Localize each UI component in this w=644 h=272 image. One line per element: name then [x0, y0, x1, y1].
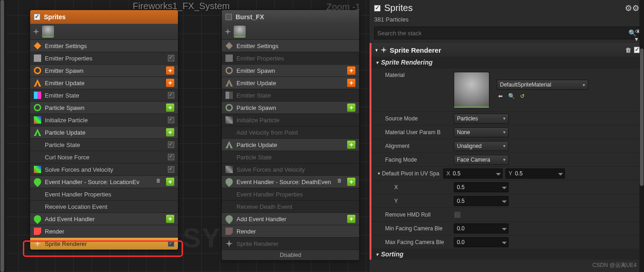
module-enabled-checkbox[interactable] — [168, 117, 174, 123]
module-row[interactable]: Solve Forces and Velocity — [30, 163, 178, 175]
module-row[interactable]: Particle State — [30, 138, 178, 151]
section-header[interactable]: Add Event Handler+ — [30, 212, 178, 225]
dropdown[interactable]: Particles — [454, 114, 509, 124]
module-row[interactable]: Event Handler Properties — [30, 188, 178, 200]
module-enabled-checkbox[interactable] — [168, 141, 174, 148]
section-header[interactable]: Emitter Update+ — [222, 76, 359, 89]
module-enabled-checkbox[interactable] — [168, 166, 174, 173]
collapse-arrow-icon[interactable]: ▾ — [376, 252, 378, 257]
module-row[interactable]: Sprite Renderer — [222, 237, 359, 250]
checkbox[interactable] — [454, 211, 461, 218]
browse-icon[interactable]: 🔍 — [508, 92, 515, 100]
left-scrollbar[interactable] — [0, 0, 6, 272]
delete-icon[interactable]: 🗑 — [625, 47, 631, 54]
details-enabled-checkbox[interactable] — [374, 5, 381, 11]
add-module-button[interactable]: + — [166, 66, 174, 75]
module-row[interactable]: Initialize Particle — [30, 114, 178, 126]
search-stack[interactable]: 🔍 — [374, 27, 639, 39]
section-header[interactable]: Emitter Settings — [30, 39, 178, 52]
section-header[interactable]: Particle Update+ — [30, 126, 178, 138]
emitter-thumbnail[interactable] — [234, 26, 246, 38]
section-sprite-rendering[interactable]: ▾ Sprite Rendering — [371, 57, 644, 68]
number-input[interactable]: 0.0◢ — [454, 237, 509, 247]
pivot-x-input[interactable]: X0.5◢ — [443, 169, 503, 179]
section-header[interactable]: Event Handler - Source: DeathEven+ — [222, 175, 359, 188]
dropdown[interactable]: Face Camera — [454, 155, 509, 165]
module-row[interactable]: Receive Location Event — [30, 200, 178, 212]
module-enabled-checkbox[interactable] — [168, 240, 174, 247]
scrollbar-thumb[interactable] — [640, 49, 644, 186]
module-row[interactable]: Particle State — [222, 151, 359, 163]
module-enabled-checkbox[interactable] — [168, 92, 174, 98]
add-module-button[interactable]: + — [347, 79, 355, 87]
category-header[interactable]: ▾ Sprite Renderer 🗑 — [371, 43, 644, 57]
emitter-burst-fx[interactable]: Burst_FX Emitter SettingsEmitter Propert… — [222, 10, 359, 260]
section-header[interactable]: Emitter Spawn+ — [30, 64, 178, 76]
number-input[interactable]: 0.0◢ — [454, 223, 509, 234]
reset-icon[interactable]: ↺ — [519, 92, 526, 100]
settings-icon[interactable]: ⚙⚙ — [625, 3, 639, 13]
expand-arrow-icon[interactable]: ▾ — [378, 171, 380, 176]
dropdown[interactable]: None — [454, 127, 509, 137]
material-thumbnail[interactable] — [454, 72, 489, 108]
module-row[interactable]: Emitter State — [30, 89, 178, 101]
add-module-button[interactable]: + — [166, 178, 174, 186]
module-row[interactable]: Solve Forces and Velocity — [222, 163, 359, 175]
section-header[interactable]: Particle Spawn+ — [222, 101, 359, 114]
emitter-sprites[interactable]: Sprites Emitter SettingsEmitter Properti… — [30, 10, 178, 250]
module-row[interactable]: Receive Death Event — [222, 200, 359, 212]
graph-editor[interactable]: Fireworks1_FX_System Zoom -1 SYSTEM Spri… — [0, 0, 370, 272]
module-row[interactable]: Event Handler Properties — [222, 188, 359, 200]
collapse-arrow-icon[interactable]: ▾ — [376, 47, 378, 53]
module-row[interactable]: Emitter Properties — [30, 52, 178, 64]
details-scrollbar[interactable] — [639, 0, 644, 272]
section-header[interactable]: Render — [30, 225, 178, 237]
use-selected-icon[interactable]: ⬅ — [497, 92, 504, 100]
add-module-button[interactable]: + — [347, 178, 355, 186]
i-spr-icon — [225, 240, 233, 247]
module-row[interactable]: Emitter Properties — [222, 52, 359, 64]
emitter-header[interactable]: Burst_FX — [222, 10, 359, 24]
add-module-button[interactable]: + — [166, 215, 174, 223]
add-module-button[interactable]: + — [166, 128, 174, 136]
module-enabled-checkbox[interactable] — [168, 154, 174, 160]
emitter-enabled-checkbox[interactable] — [225, 14, 232, 20]
emitter-thumbnail[interactable] — [42, 26, 54, 38]
add-module-button[interactable]: + — [166, 103, 174, 112]
section-header[interactable]: Particle Update+ — [222, 138, 359, 151]
emitter-header[interactable]: Sprites — [30, 10, 178, 24]
section-header[interactable]: Render — [222, 225, 359, 237]
pivot-y-input[interactable]: Y0.5◢ — [505, 169, 565, 179]
section-header[interactable]: Event Handler - Source: LocationEv+ — [30, 175, 178, 188]
module-row[interactable]: Add Velocity from Point — [222, 126, 359, 138]
add-module-button[interactable]: + — [347, 141, 355, 149]
section-header[interactable]: Add Event Handler+ — [222, 212, 359, 225]
number-input[interactable]: 0.5◢ — [454, 182, 509, 192]
module-row[interactable]: Emitter State — [222, 89, 359, 101]
number-input[interactable]: 0.5◢ — [454, 196, 509, 206]
section-header[interactable]: Emitter Update+ — [30, 76, 178, 89]
add-module-button[interactable]: + — [166, 79, 174, 87]
material-dropdown[interactable]: DefaultSpriteMaterial — [497, 80, 588, 90]
module-row[interactable]: Initialize Particle — [222, 114, 359, 126]
add-module-button[interactable]: + — [347, 215, 355, 223]
section-sorting[interactable]: ▾ Sorting — [371, 249, 644, 260]
delete-icon[interactable] — [156, 179, 162, 185]
scrollbar-thumb[interactable] — [0, 0, 4, 272]
search-input[interactable] — [377, 30, 628, 37]
add-module-button[interactable]: + — [347, 103, 355, 112]
module-icon — [225, 129, 233, 136]
module-row[interactable]: Curl Noise Force — [30, 151, 178, 163]
collapse-arrow-icon[interactable]: ▾ — [376, 60, 378, 65]
dropdown[interactable]: Unaligned — [454, 141, 509, 151]
emitter-enabled-checkbox[interactable] — [34, 14, 40, 20]
module-row[interactable]: Sprite Renderer — [30, 237, 178, 250]
i-spawn-icon — [34, 67, 41, 74]
add-module-button[interactable]: + — [347, 66, 355, 75]
row-label: Emitter Spawn — [45, 67, 164, 74]
section-header[interactable]: Emitter Settings — [222, 39, 359, 52]
section-header[interactable]: Emitter Spawn+ — [222, 64, 359, 76]
module-enabled-checkbox[interactable] — [168, 55, 174, 61]
delete-icon[interactable] — [337, 179, 343, 185]
section-header[interactable]: Particle Spawn+ — [30, 101, 178, 114]
